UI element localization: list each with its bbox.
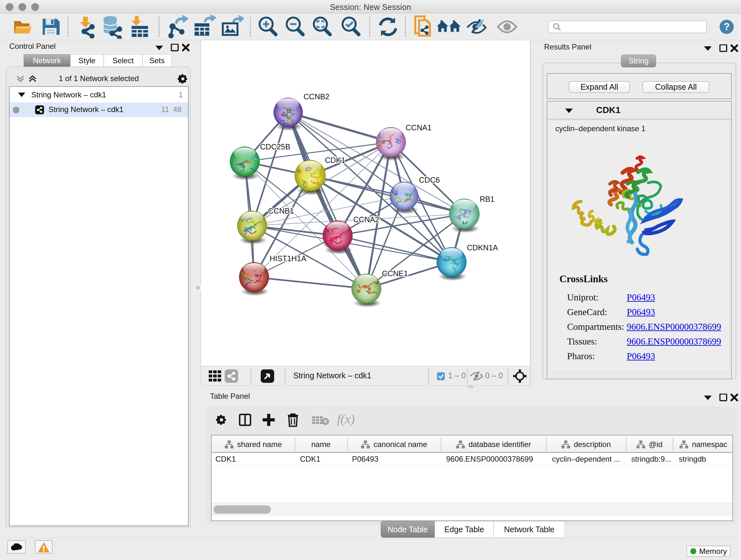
svg-text:CDC25B: CDC25B [260, 142, 290, 151]
svg-text:CCNE1: CCNE1 [382, 269, 408, 278]
svg-text:CCNA2: CCNA2 [353, 215, 379, 224]
svg-text:HIST1H1A: HIST1H1A [270, 254, 307, 263]
svg-text:CDKN1A: CDKN1A [467, 243, 498, 252]
svg-text:CCNA1: CCNA1 [406, 123, 431, 132]
svg-text:?: ? [724, 21, 730, 32]
svg-text:CCNB2: CCNB2 [304, 92, 329, 101]
svg-text:CCNB1: CCNB1 [268, 206, 294, 215]
svg-text:CDK1: CDK1 [325, 156, 345, 165]
svg-text:CDC6: CDC6 [419, 176, 440, 184]
svg-text:RB1: RB1 [480, 195, 495, 203]
